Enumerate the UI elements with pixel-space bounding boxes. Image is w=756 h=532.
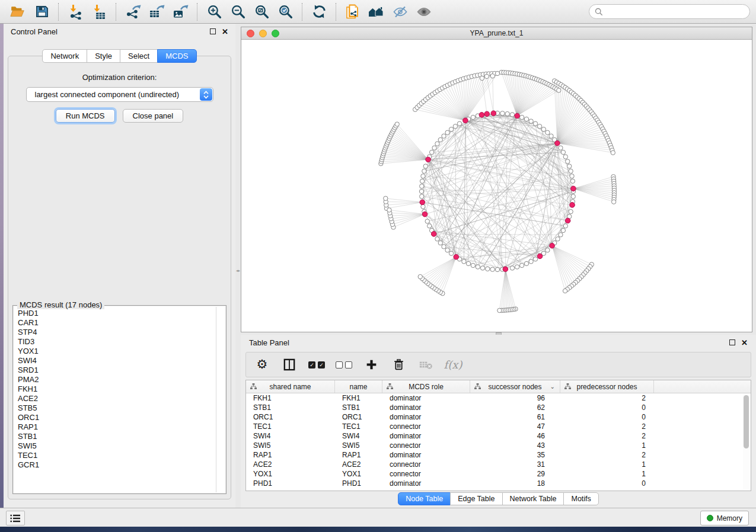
ring-node[interactable] (515, 265, 519, 269)
ring-node[interactable] (420, 194, 424, 198)
mcds-hub-node[interactable] (420, 200, 425, 205)
ring-node[interactable] (510, 266, 514, 270)
chevron-down-icon[interactable]: ⌄ (550, 383, 555, 390)
result-node-item[interactable]: CAR1 (18, 318, 225, 328)
mcds-hub-node[interactable] (491, 111, 496, 116)
result-node-item[interactable]: SRD1 (18, 366, 225, 375)
ring-node[interactable] (495, 267, 499, 271)
result-node-item[interactable]: GCR1 (18, 460, 225, 470)
ring-node[interactable] (524, 261, 528, 265)
export-image-button[interactable] (168, 2, 192, 22)
ring-node[interactable] (546, 130, 550, 134)
ring-node[interactable] (569, 169, 573, 173)
ring-node[interactable] (449, 251, 453, 255)
ring-node[interactable] (567, 164, 572, 168)
mcds-hub-node[interactable] (571, 186, 576, 191)
ring-node[interactable] (476, 265, 480, 269)
zoom-in-button[interactable] (202, 2, 226, 22)
result-node-item[interactable]: STP4 (18, 328, 225, 337)
ring-node[interactable] (519, 115, 524, 119)
ring-node[interactable] (561, 228, 565, 232)
column-chooser-button[interactable] (282, 357, 297, 373)
search-box[interactable] (589, 4, 750, 19)
ring-node[interactable] (420, 184, 424, 188)
open-file-button[interactable] (6, 2, 30, 22)
ring-node[interactable] (566, 159, 570, 164)
network-canvas[interactable] (241, 40, 752, 332)
mcds-hub-node[interactable] (431, 232, 436, 237)
ring-node[interactable] (435, 237, 439, 241)
satellite-node[interactable] (480, 76, 484, 80)
mcds-hub-node[interactable] (503, 267, 508, 272)
table-row[interactable]: SWI4SWI4dominator462 (246, 431, 742, 441)
ring-node[interactable] (432, 146, 436, 150)
satellite-node[interactable] (563, 289, 567, 293)
show-all-button[interactable] (412, 2, 436, 22)
ring-node[interactable] (533, 257, 537, 261)
ring-node[interactable] (445, 130, 449, 134)
ring-node[interactable] (549, 134, 553, 138)
ring-node[interactable] (422, 169, 426, 173)
satellite-node[interactable] (557, 88, 561, 92)
result-node-item[interactable]: STB5 (18, 403, 225, 413)
satellite-node[interactable] (611, 200, 615, 204)
ring-node[interactable] (420, 179, 424, 183)
mcds-hub-node[interactable] (550, 243, 555, 248)
save-session-button[interactable] (30, 2, 53, 22)
ring-node[interactable] (524, 117, 528, 121)
satellite-node[interactable] (387, 208, 391, 212)
column-header-successor-nodes[interactable]: successor nodes⌄ (470, 380, 560, 393)
run-mcds-button[interactable]: Run MCDS (56, 109, 115, 123)
result-node-item[interactable]: ACE2 (18, 394, 225, 403)
tab-style[interactable]: Style (87, 49, 120, 63)
ring-node[interactable] (480, 266, 484, 270)
vertical-splitter[interactable]: ◂▸ (235, 24, 241, 508)
network-window-titlebar[interactable]: YPA_prune.txt_1 (241, 27, 752, 40)
tab-motifs[interactable]: Motifs (563, 492, 598, 505)
result-node-item[interactable]: YOX1 (18, 347, 225, 356)
ring-node[interactable] (490, 267, 495, 271)
optimization-criterion-select[interactable]: largest connected component (undirected) (26, 87, 213, 102)
column-header-predecessor-nodes[interactable]: predecessor nodes (560, 380, 654, 393)
satellite-node[interactable] (384, 196, 388, 200)
table-row[interactable]: ORC1ORC1dominator610 (246, 412, 742, 422)
table-row[interactable]: TEC1TEC1connector472 (246, 422, 742, 431)
deselect-all-button[interactable] (336, 357, 352, 373)
float-table-panel-icon[interactable] (729, 339, 735, 345)
ring-node[interactable] (449, 127, 453, 132)
ring-node[interactable] (471, 115, 475, 119)
share-document-button[interactable] (341, 2, 365, 22)
table-row[interactable]: ACE2ACE2connector311 (246, 460, 742, 469)
import-network-button[interactable] (63, 2, 87, 22)
result-node-item[interactable]: STB1 (18, 432, 225, 441)
table-row[interactable]: FKH1FKH1dominator962 (246, 393, 742, 403)
tab-select[interactable]: Select (120, 49, 158, 63)
memory-button[interactable]: Memory (700, 511, 749, 525)
ring-node[interactable] (570, 179, 575, 183)
table-row[interactable]: RAP1RAP1dominator352 (246, 450, 742, 460)
result-node-item[interactable]: TID3 (18, 337, 225, 347)
mcds-hub-node[interactable] (454, 254, 459, 259)
satellite-node[interactable] (418, 274, 422, 278)
result-node-item[interactable]: RAP1 (18, 422, 225, 432)
close-table-panel-icon[interactable]: ✕ (741, 339, 748, 347)
table-row[interactable]: PHD1PHD1dominator180 (246, 479, 742, 488)
float-panel-icon[interactable] (210, 28, 216, 34)
tab-network[interactable]: Network (42, 49, 87, 63)
tab-node-table[interactable]: Node Table (398, 492, 451, 505)
ring-node[interactable] (533, 121, 537, 126)
export-network-button[interactable] (121, 2, 145, 22)
zoom-selected-button[interactable] (273, 2, 297, 22)
delete-column-button[interactable] (391, 357, 406, 373)
ring-node[interactable] (570, 174, 574, 178)
select-all-button[interactable]: ✓✓ (309, 357, 324, 373)
ring-node[interactable] (563, 155, 567, 159)
ring-node[interactable] (541, 127, 546, 132)
ring-node[interactable] (457, 121, 461, 126)
ring-node[interactable] (462, 259, 466, 264)
mcds-hub-node[interactable] (426, 157, 431, 162)
ring-node[interactable] (453, 124, 457, 129)
result-node-item[interactable]: SWI4 (18, 356, 225, 366)
ring-node[interactable] (429, 150, 433, 154)
result-node-item[interactable]: SWI5 (18, 441, 225, 451)
